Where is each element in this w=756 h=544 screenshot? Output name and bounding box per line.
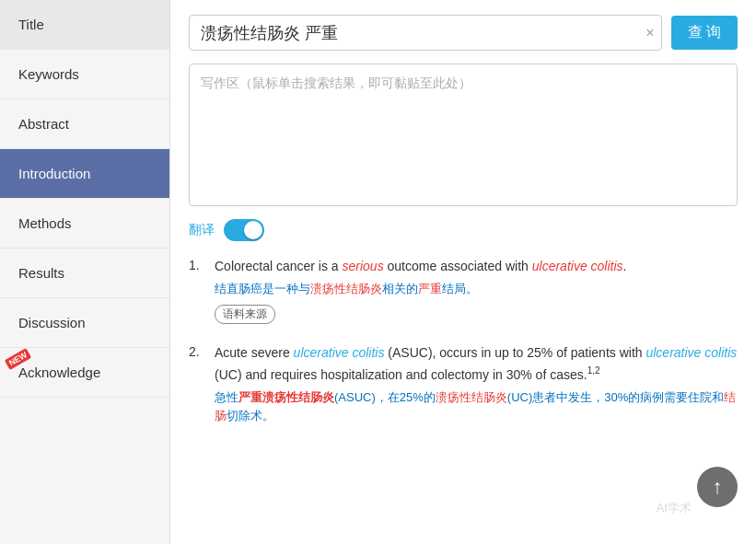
writing-placeholder: 写作区（鼠标单击搜索结果，即可黏贴至此处） xyxy=(201,75,471,90)
result-cn-text[interactable]: 结直肠癌是一种与溃疡性结肠炎相关的严重结局。 xyxy=(215,280,738,299)
result-en-text[interactable]: Acute severe ulcerative colitis (ASUC), … xyxy=(215,342,738,384)
sidebar-item-label: Discussion xyxy=(18,315,86,330)
highlight-serious: serious xyxy=(343,259,384,273)
sidebar-item-label: Introduction xyxy=(18,166,90,181)
cn-highlight-asuc: 严重溃疡性结肠炎 xyxy=(238,390,334,404)
sidebar: Title Keywords Abstract Introduction Met… xyxy=(0,0,170,544)
query-button[interactable]: 查 询 xyxy=(671,16,738,50)
sidebar-item-discussion[interactable]: Discussion xyxy=(0,298,169,348)
sidebar-item-label: Title xyxy=(18,17,44,32)
search-bar: × 查 询 xyxy=(189,15,738,51)
scroll-up-button[interactable]: ↑ xyxy=(697,467,738,507)
sidebar-item-label: Methods xyxy=(18,215,72,231)
cn-highlight-uc: 溃疡性结肠炎 xyxy=(310,282,382,295)
sidebar-item-results[interactable]: Results xyxy=(0,249,169,298)
cn-pct: 30% xyxy=(604,390,628,404)
sidebar-item-label: Abstract xyxy=(18,116,69,132)
clear-icon: × xyxy=(646,25,654,41)
search-input[interactable] xyxy=(189,15,662,51)
cn-highlight-serious: 严重 xyxy=(418,282,442,295)
result-content: Colorectal cancer is a serious outcome a… xyxy=(215,256,738,324)
sidebar-item-label: Keywords xyxy=(18,66,79,82)
cn-highlight-uc2: 溃疡性结肠炎 xyxy=(436,390,507,404)
translate-label: 翻译 xyxy=(189,222,215,238)
sidebar-item-abstract[interactable]: Abstract xyxy=(0,99,169,149)
sidebar-item-title[interactable]: Title xyxy=(0,0,169,50)
results-list: 1. Colorectal cancer is a serious outcom… xyxy=(189,256,738,432)
result-item: 2. Acute severe ulcerative colitis (ASUC… xyxy=(189,342,738,432)
translate-row: 翻译 xyxy=(189,219,738,241)
result-en-text[interactable]: Colorectal cancer is a serious outcome a… xyxy=(215,256,738,276)
main-content: × 查 询 写作区（鼠标单击搜索结果，即可黏贴至此处） 翻译 1. Colore… xyxy=(170,0,756,544)
scroll-up-icon: ↑ xyxy=(713,475,723,499)
sidebar-item-label: Results xyxy=(18,265,64,281)
highlight-uc3: ulcerative colitis xyxy=(646,345,737,360)
result-number: 1. xyxy=(189,256,205,272)
sidebar-item-acknowledge[interactable]: NEW Acknowledge xyxy=(0,348,169,398)
sidebar-item-keywords[interactable]: Keywords xyxy=(0,50,169,99)
highlight-uc2: ulcerative colitis xyxy=(294,345,385,360)
sidebar-item-introduction[interactable]: Introduction xyxy=(0,149,169,199)
search-input-wrap: × xyxy=(189,15,662,51)
result-content: Acute severe ulcerative colitis (ASUC), … xyxy=(215,342,738,432)
source-badge[interactable]: 语料来源 xyxy=(215,305,275,324)
sidebar-item-label: Acknowledge xyxy=(18,365,100,380)
result-number: 2. xyxy=(189,342,205,359)
highlight-uc1: ulcerative colitis xyxy=(532,259,623,273)
clear-button[interactable]: × xyxy=(646,26,654,41)
result-cn-text[interactable]: 急性严重溃疡性结肠炎(ASUC)，在25%的溃疡性结肠炎(UC)患者中发生，30… xyxy=(215,388,738,427)
translate-toggle[interactable] xyxy=(224,219,264,241)
sidebar-item-methods[interactable]: Methods xyxy=(0,199,169,249)
writing-area[interactable]: 写作区（鼠标单击搜索结果，即可黏贴至此处） xyxy=(189,64,738,206)
result-item: 1. Colorectal cancer is a serious outcom… xyxy=(189,256,738,324)
